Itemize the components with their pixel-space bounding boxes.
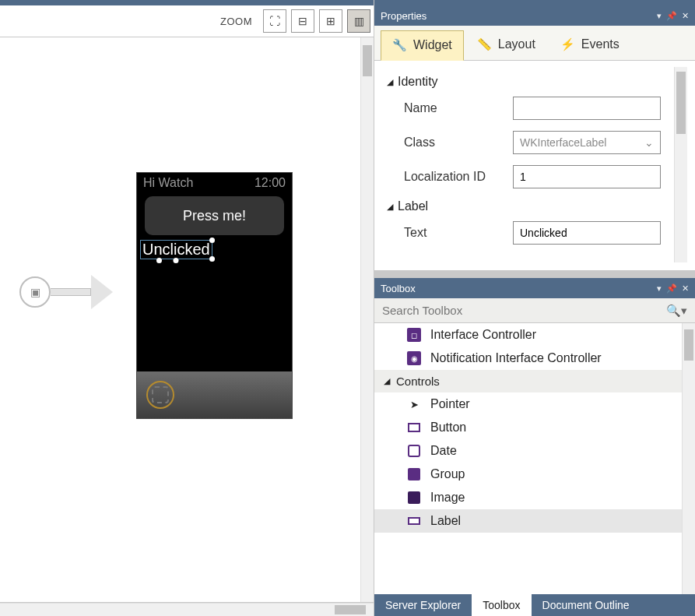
toolbox-item-label[interactable]: Label — [374, 509, 682, 533]
name-label: Name — [404, 101, 505, 115]
tab-document-outline-label: Document Outline — [542, 599, 630, 611]
watch-label-text: Unclicked — [142, 241, 210, 259]
toolbox-item-label: Button — [430, 421, 466, 435]
locid-field[interactable] — [513, 165, 661, 188]
entry-arrow-shaft — [51, 288, 91, 296]
prop-row-text: Text — [404, 221, 674, 245]
toolbox-panel-titlebar[interactable]: Toolbox ▾ 📌 ✕ — [374, 278, 695, 298]
toolbox-item-image[interactable]: Image — [374, 486, 682, 509]
entry-point-arrow[interactable]: ▣ — [19, 275, 113, 309]
watch-label-selected[interactable]: Unclicked — [140, 240, 212, 259]
watch-status-bar: Hi Watch 12:00 — [137, 173, 292, 193]
toolbox-scrollbar[interactable] — [682, 323, 695, 594]
search-icon[interactable]: 🔍▾ — [666, 304, 687, 318]
lightning-icon: ⚡ — [560, 37, 575, 51]
watch-interface-controller[interactable]: Hi Watch 12:00 Press me! Unclicked — [136, 172, 293, 419]
toolbox-item-notification-controller[interactable]: ◉ Notification Interface Controller — [374, 347, 682, 370]
class-value: WKInterfaceLabel — [520, 136, 606, 149]
wrench-icon: 🔧 — [392, 38, 407, 52]
text-field[interactable] — [513, 221, 661, 245]
page-indicator-icon — [146, 381, 174, 409]
zoom-out-button[interactable]: ⊟ — [291, 9, 314, 33]
properties-title: Properties — [381, 10, 426, 22]
interface-controller-icon: ◻ — [407, 328, 421, 342]
name-field[interactable] — [513, 97, 661, 120]
selection-handle-icon[interactable] — [156, 258, 162, 263]
tab-layout-label: Layout — [498, 37, 535, 51]
constraints-toggle-button[interactable]: ▥ — [347, 9, 370, 33]
properties-panel-titlebar[interactable]: Properties ▾ 📌 ✕ — [374, 5, 695, 26]
watch-footer — [137, 371, 292, 418]
designer-scrollbar-horizontal[interactable] — [0, 603, 374, 616]
properties-body: ◢ Identity Name Class WKInterfaceLabel ⌄… — [374, 61, 695, 271]
corners-icon: ⛶ — [269, 15, 280, 27]
pointer-icon: ➤ — [407, 397, 421, 411]
watch-time: 12:00 — [254, 176, 286, 190]
entry-point-circle: ▣ — [19, 276, 51, 308]
selection-handle-icon[interactable] — [209, 238, 215, 243]
pin-icon[interactable]: 📌 — [666, 11, 677, 21]
properties-tabs: 🔧 Widget 📏 Layout ⚡ Events — [374, 26, 695, 61]
section-label[interactable]: ◢ Label — [387, 199, 674, 213]
storyboard-icon: ▣ — [30, 286, 40, 298]
panel-splitter[interactable] — [374, 271, 695, 278]
toolbox-body: ◻ Interface Controller ◉ Notification In… — [374, 323, 695, 594]
toolbox-item-label: Interface Controller — [430, 328, 536, 342]
section-identity-label: Identity — [398, 75, 438, 89]
toolbox-item-date[interactable]: Date — [374, 439, 682, 463]
selection-handle-icon[interactable] — [209, 256, 215, 262]
properties-scrollbar[interactable] — [674, 67, 687, 262]
zoom-in-button[interactable]: ⊞ — [319, 9, 342, 33]
search-input[interactable] — [382, 304, 666, 317]
toolbox-item-interface-controller[interactable]: ◻ Interface Controller — [374, 323, 682, 347]
tab-widget[interactable]: 🔧 Widget — [381, 30, 464, 61]
watch-button[interactable]: Press me! — [145, 196, 284, 235]
entry-arrow-head — [91, 275, 113, 309]
toolbox-item-pointer[interactable]: ➤ Pointer — [374, 392, 682, 416]
locid-label: Localization ID — [404, 170, 505, 184]
close-icon[interactable]: ✕ — [682, 11, 689, 21]
section-identity[interactable]: ◢ Identity — [387, 75, 674, 89]
designer-toolbar: ZOOM ⛶ ⊟ ⊞ ▥ — [0, 0, 374, 37]
notification-controller-icon: ◉ — [407, 351, 421, 365]
toolbox-item-group[interactable]: Group — [374, 463, 682, 486]
designer-canvas[interactable]: ▣ Hi Watch 12:00 Press me! Unclicked — [0, 37, 374, 603]
expander-icon: ◢ — [384, 376, 390, 386]
tab-widget-label: Widget — [413, 38, 452, 52]
tab-document-outline[interactable]: Document Outline — [532, 594, 641, 616]
zoom-fit-button[interactable]: ⛶ — [263, 9, 286, 33]
menu-dropdown-icon[interactable]: ▾ — [657, 283, 662, 294]
toolbox-search[interactable]: 🔍▾ — [374, 298, 695, 323]
layout-icon: ▥ — [354, 15, 364, 27]
toolbox-item-button[interactable]: Button — [374, 416, 682, 439]
minus-box-icon: ⊟ — [298, 15, 307, 27]
class-select[interactable]: WKInterfaceLabel ⌄ — [513, 131, 661, 154]
designer-scrollbar-vertical[interactable] — [360, 37, 374, 602]
tab-server-explorer[interactable]: Server Explorer — [374, 594, 472, 616]
close-icon[interactable]: ✕ — [682, 283, 689, 294]
toolbox-item-label: Pointer — [430, 397, 470, 411]
right-panels: Properties ▾ 📌 ✕ 🔧 Widget 📏 Layout ⚡ Eve… — [374, 0, 695, 616]
toolbox-item-label: Notification Interface Controller — [430, 351, 602, 365]
chevron-down-icon: ⌄ — [644, 136, 654, 149]
watch-title: Hi Watch — [143, 176, 193, 190]
date-icon — [407, 444, 421, 458]
tab-events[interactable]: ⚡ Events — [549, 30, 631, 60]
pin-icon[interactable]: 📌 — [666, 283, 677, 294]
toolbox-group-controls[interactable]: ◢ Controls — [374, 370, 682, 392]
toolbox-item-label-text: Label — [430, 514, 461, 528]
tab-toolbox[interactable]: Toolbox — [472, 594, 531, 616]
tab-layout[interactable]: 📏 Layout — [465, 30, 547, 60]
prop-row-class: Class WKInterfaceLabel ⌄ — [404, 131, 674, 154]
toolbox-item-label: Image — [430, 491, 465, 505]
class-label: Class — [404, 136, 505, 150]
toolbox-title: Toolbox — [381, 283, 416, 294]
ruler-icon: 📏 — [477, 37, 492, 51]
button-icon — [407, 421, 421, 435]
menu-dropdown-icon[interactable]: ▾ — [657, 11, 662, 21]
selection-handle-icon[interactable] — [174, 258, 179, 263]
text-label: Text — [404, 226, 505, 240]
toolbox-item-label: Group — [430, 467, 465, 481]
group-icon — [407, 467, 421, 481]
designer-area: ZOOM ⛶ ⊟ ⊞ ▥ ▣ Hi Watch 12:00 — [0, 0, 374, 616]
